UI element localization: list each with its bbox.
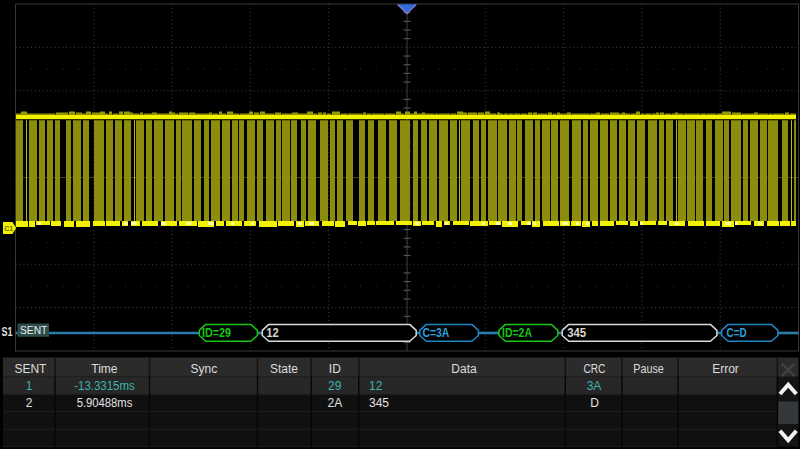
svg-text:Pause: Pause (633, 362, 664, 376)
svg-text:345: 345 (369, 396, 389, 410)
svg-text:ID: ID (329, 362, 341, 376)
svg-text:S1: S1 (1, 325, 12, 339)
svg-text:12: 12 (369, 379, 383, 393)
svg-text:SENT: SENT (20, 325, 48, 336)
svg-text:D: D (590, 396, 599, 410)
svg-text:2A: 2A (327, 396, 342, 410)
svg-text:ID=2A: ID=2A (502, 325, 532, 340)
svg-text:12: 12 (266, 325, 279, 340)
svg-text:ID=29: ID=29 (202, 325, 231, 340)
svg-text:SENT: SENT (14, 362, 47, 376)
svg-text:CRC: CRC (583, 362, 605, 376)
svg-text:3A: 3A (587, 379, 602, 393)
svg-text:2: 2 (26, 396, 33, 410)
svg-text:C=D: C=D (727, 325, 747, 340)
svg-text:1: 1 (26, 379, 33, 393)
svg-text:C1: C1 (4, 225, 13, 232)
svg-text:Sync: Sync (191, 362, 218, 376)
svg-text:State: State (270, 362, 298, 376)
svg-text:345: 345 (567, 325, 586, 340)
svg-text:5.90488ms: 5.90488ms (77, 396, 133, 410)
svg-text:Data: Data (451, 362, 477, 376)
svg-text:29: 29 (328, 379, 342, 393)
svg-text:Time: Time (91, 362, 118, 376)
svg-text:Error: Error (712, 362, 739, 376)
svg-text:C=3A: C=3A (422, 325, 449, 340)
svg-text:-13.3315ms: -13.3315ms (74, 379, 135, 393)
